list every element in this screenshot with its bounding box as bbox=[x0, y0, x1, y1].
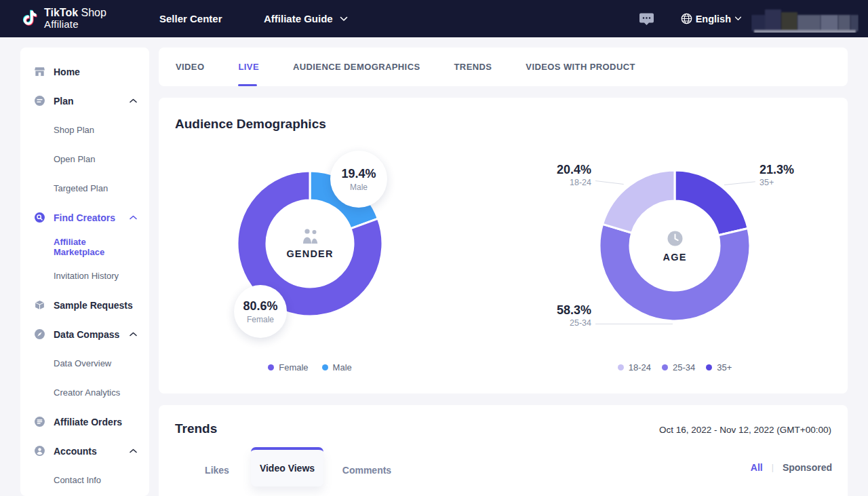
top-navbar: TikTok Shop Affiliate Seller Center Affi… bbox=[0, 0, 868, 37]
age-35plus-label: 21.3% 35+ bbox=[760, 163, 794, 187]
sidebar-item-affiliate-marketplace[interactable]: Affiliate Marketplace bbox=[20, 232, 149, 261]
home-icon bbox=[34, 66, 45, 77]
sidebar-item-home[interactable]: Home bbox=[20, 57, 149, 86]
sidebar-item-invitation-history[interactable]: Invitation History bbox=[20, 261, 149, 290]
language-selector[interactable]: English bbox=[681, 13, 742, 24]
sidebar-item-data-compass[interactable]: Data Compass bbox=[20, 320, 149, 349]
donut-segment-25-34[interactable] bbox=[599, 224, 750, 321]
trends-title: Trends bbox=[175, 421, 217, 436]
leader-line-25-34 bbox=[595, 324, 673, 324]
chevron-up-icon bbox=[130, 98, 137, 103]
trends-tab-comments[interactable]: Comments bbox=[336, 465, 397, 476]
age-donut-chart[interactable]: AGE bbox=[597, 168, 753, 324]
tab-trends[interactable]: TRENDS bbox=[454, 47, 492, 86]
male-percentage-badge: 19.4% Male bbox=[330, 151, 387, 208]
tab-audience-demographics[interactable]: AUDIENCE DEMOGRAPHICS bbox=[293, 47, 420, 86]
accounts-icon bbox=[34, 445, 45, 457]
globe-icon bbox=[681, 13, 692, 24]
gender-legend: Female Male bbox=[232, 362, 388, 373]
audience-demographics-card: Audience Demographics GENDER 19.4% Male … bbox=[159, 98, 848, 394]
brand-affiliate: Affiliate bbox=[44, 19, 106, 30]
brand-text: TikTok Shop Affiliate bbox=[44, 7, 106, 30]
chevron-up-icon bbox=[130, 332, 137, 337]
filter-divider: | bbox=[772, 463, 774, 472]
sidebar-item-targeted-plan[interactable]: Targeted Plan bbox=[20, 174, 149, 203]
filter-sponsored[interactable]: Sponsored bbox=[783, 462, 832, 473]
legend-item-35plus[interactable]: 35+ bbox=[706, 362, 732, 373]
date-range[interactable]: Oct 16, 2022 - Nov 12, 2022 (GMT+00:00) bbox=[659, 425, 831, 435]
content-tabs: VIDEO LIVE AUDIENCE DEMOGRAPHICS TRENDS … bbox=[159, 47, 848, 86]
legend-dot bbox=[618, 364, 624, 370]
brand-tiktok: TikTok bbox=[44, 7, 78, 18]
chevron-down-icon bbox=[734, 16, 742, 21]
filter-all[interactable]: All bbox=[751, 462, 763, 473]
sidebar-item-data-overview[interactable]: Data Overview bbox=[20, 349, 149, 378]
sidebar-item-find-creators[interactable]: Find Creators bbox=[20, 203, 149, 232]
data-compass-icon bbox=[34, 328, 45, 340]
tab-live[interactable]: LIVE bbox=[238, 47, 259, 86]
legend-dot bbox=[706, 364, 712, 370]
language-label: English bbox=[696, 14, 731, 24]
sidebar-item-open-plan[interactable]: Open Plan bbox=[20, 145, 149, 174]
legend-dot bbox=[322, 364, 328, 370]
tiktok-note-icon bbox=[20, 8, 39, 28]
donut-segment-35-[interactable] bbox=[675, 170, 748, 235]
age-legend: 18-24 25-34 35+ bbox=[597, 362, 753, 373]
affiliate-guide-label: Affiliate Guide bbox=[264, 13, 333, 24]
age-25-34-label: 58.3% 25-34 bbox=[557, 303, 591, 328]
affiliate-guide-link[interactable]: Affiliate Guide bbox=[264, 0, 348, 37]
brand-shop: Shop bbox=[81, 7, 106, 18]
sidebar-item-sample-requests[interactable]: Sample Requests bbox=[20, 290, 149, 320]
sidebar-item-contact-info[interactable]: Contact Info bbox=[20, 465, 149, 495]
sidebar-item-affiliate-orders[interactable]: Affiliate Orders bbox=[20, 407, 149, 436]
chevron-down-icon bbox=[340, 16, 348, 22]
sidebar-item-creator-analytics[interactable]: Creator Analytics bbox=[20, 378, 149, 407]
trends-filters: All | Sponsored bbox=[751, 462, 832, 473]
affiliate-orders-icon bbox=[34, 416, 45, 427]
trends-tab-video-views[interactable]: Video Views bbox=[251, 447, 323, 487]
user-info-redacted[interactable] bbox=[751, 5, 859, 33]
legend-item-25-34[interactable]: 25-34 bbox=[662, 362, 695, 373]
legend-item-male[interactable]: Male bbox=[322, 362, 352, 373]
age-18-24-label: 20.4% 18-24 bbox=[557, 163, 591, 187]
age-donut-svg[interactable] bbox=[597, 168, 753, 324]
audience-demographics-title: Audience Demographics bbox=[175, 117, 326, 132]
plan-icon bbox=[34, 95, 45, 107]
tab-video[interactable]: VIDEO bbox=[176, 47, 204, 86]
legend-item-female[interactable]: Female bbox=[268, 362, 308, 373]
legend-dot bbox=[268, 364, 274, 370]
navbar-right: English bbox=[639, 0, 868, 37]
chevron-up-icon bbox=[130, 215, 137, 220]
page: TikTok Shop Affiliate Seller Center Affi… bbox=[0, 0, 868, 496]
tab-videos-with-product[interactable]: VIDEOS WITH PRODUCT bbox=[526, 47, 635, 86]
sidebar-item-plan[interactable]: Plan bbox=[20, 86, 149, 115]
active-tab-underline bbox=[238, 84, 257, 86]
female-percentage-badge: 80.6% Female bbox=[234, 285, 287, 338]
find-creators-icon bbox=[34, 212, 45, 223]
messages-button[interactable] bbox=[639, 12, 654, 25]
sidebar-item-shop-plan[interactable]: Shop Plan bbox=[20, 115, 149, 145]
chevron-up-icon bbox=[130, 449, 137, 453]
tiktok-shop-logo[interactable]: TikTok Shop Affiliate bbox=[20, 7, 106, 30]
legend-dot bbox=[662, 364, 668, 370]
seller-center-link[interactable]: Seller Center bbox=[159, 0, 222, 37]
sidebar: Home Plan Shop Plan Open Plan Targeted P… bbox=[20, 47, 149, 496]
trends-tab-likes[interactable]: Likes bbox=[197, 465, 237, 476]
donut-segment-18-24[interactable] bbox=[603, 170, 675, 233]
trends-card: Trends Oct 16, 2022 - Nov 12, 2022 (GMT+… bbox=[159, 405, 848, 496]
sidebar-item-accounts[interactable]: Accounts bbox=[20, 436, 149, 465]
sample-requests-icon bbox=[34, 299, 45, 311]
chat-bubble-icon bbox=[639, 12, 654, 25]
legend-item-18-24[interactable]: 18-24 bbox=[618, 362, 651, 373]
